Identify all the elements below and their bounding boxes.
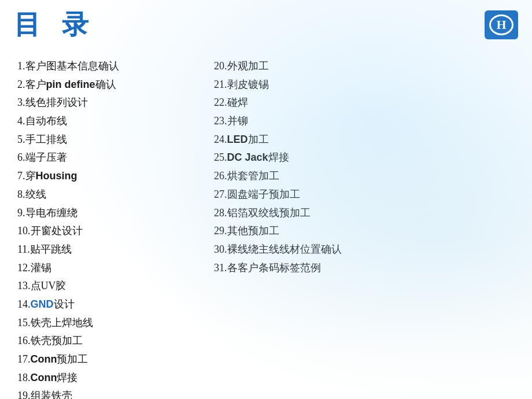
list-item[interactable]: 18.Conn焊接: [17, 370, 197, 387]
list-item[interactable]: 12.灌锡: [17, 260, 197, 277]
list-item[interactable]: 17.Conn预加工: [17, 351, 197, 368]
header: 目 录 H: [0, 0, 532, 47]
list-item[interactable]: 5.手工排线: [17, 131, 197, 149]
list-item[interactable]: 19.组装铁壳: [17, 387, 197, 399]
list-item[interactable]: 4.自动布线: [17, 113, 197, 130]
list-item[interactable]: 25.DC Jack焊接: [214, 149, 515, 167]
main-content: 1.客户图基本信息确认 2.客户pin define确认 3.线色排列设计 4.…: [0, 47, 532, 399]
list-item[interactable]: 20.外观加工: [214, 58, 515, 75]
list-item[interactable]: 2.客户pin define确认: [17, 76, 197, 94]
list-item[interactable]: 31.各客户条码标签范例: [214, 260, 515, 277]
list-item[interactable]: 21.剥皮镀锡: [214, 76, 515, 94]
page-container: 目 录 H 1.客户图基本信息确认 2.客户pin define确认 3.线色排…: [0, 0, 532, 399]
list-item[interactable]: 28.铝箔双绞线预加工: [214, 205, 515, 222]
list-item[interactable]: 29.其他预加工: [214, 223, 515, 240]
list-item[interactable]: 26.烘套管加工: [214, 168, 515, 185]
list-item[interactable]: 27.圆盘端子预加工: [214, 186, 515, 204]
list-item[interactable]: 22.碰焊: [214, 94, 515, 112]
toc-right-column: 20.外观加工 21.剥皮镀锡 22.碰焊 23.并铆 24.LED加工 25.…: [197, 58, 515, 399]
list-item[interactable]: 30.裸线绕主线线材位置确认: [214, 241, 515, 258]
list-item[interactable]: 15.铁壳上焊地线: [17, 315, 197, 332]
toc-left-column: 1.客户图基本信息确认 2.客户pin define确认 3.线色排列设计 4.…: [17, 58, 197, 399]
list-item[interactable]: 23.并铆: [214, 113, 515, 130]
list-item[interactable]: 7.穿Housing: [17, 168, 197, 185]
logo-box: H: [485, 10, 518, 39]
toc-columns: 1.客户图基本信息确认 2.客户pin define确认 3.线色排列设计 4.…: [17, 58, 515, 399]
list-item[interactable]: 16.铁壳预加工: [17, 332, 197, 350]
logo-icon: H: [489, 14, 513, 35]
page-title: 目 录: [14, 7, 95, 43]
list-item[interactable]: 9.导电布缠绕: [17, 205, 197, 222]
list-item[interactable]: 24.LED加工: [214, 131, 515, 149]
list-item[interactable]: 6.端子压著: [17, 149, 197, 167]
list-item[interactable]: 1.客户图基本信息确认: [17, 58, 197, 75]
list-item[interactable]: 13.点UV胶: [17, 278, 197, 295]
list-item[interactable]: 11.贴平跳线: [17, 241, 197, 258]
list-item[interactable]: 10.开窗处设计: [17, 223, 197, 240]
list-item[interactable]: 14.GND设计: [17, 296, 197, 313]
list-item[interactable]: 3.线色排列设计: [17, 94, 197, 112]
list-item[interactable]: 8.绞线: [17, 186, 197, 204]
